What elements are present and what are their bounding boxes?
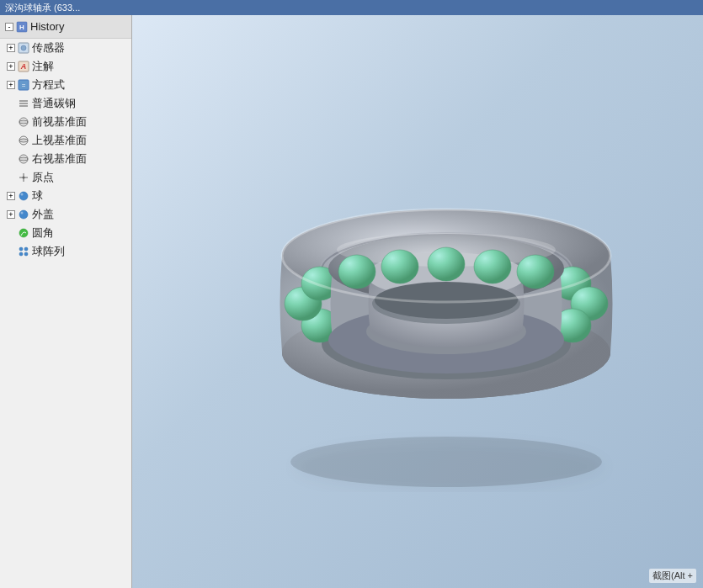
svg-point-22 — [23, 177, 25, 179]
sensor-icon — [18, 42, 29, 54]
tree-header[interactable]: - H History — [0, 15, 131, 39]
sidebar: - H History + 传感器 + — [0, 15, 132, 588]
ball-label: 球 — [32, 188, 43, 204]
history-label: History — [30, 20, 64, 33]
svg-point-26 — [21, 212, 24, 215]
ball-pattern-label: 球阵列 — [32, 244, 65, 259]
tree-item-ball[interactable]: + 球 — [0, 187, 131, 205]
material-label: 普通碳钢 — [32, 96, 76, 111]
svg-point-32 — [290, 437, 602, 487]
history-expand-icon[interactable]: - — [5, 23, 13, 31]
tree-item-equation[interactable]: + = 方程式 — [0, 76, 131, 94]
svg-point-63 — [338, 255, 375, 289]
svg-point-62 — [517, 255, 554, 289]
svg-point-23 — [19, 192, 28, 200]
viewport[interactable]: 截图(Alt + — [132, 15, 703, 588]
svg-point-3 — [21, 45, 26, 50]
svg-point-29 — [24, 247, 28, 251]
outer-cover-expand[interactable]: + — [7, 210, 15, 219]
fillet-label: 圆角 — [32, 225, 54, 241]
annotation-label: 注解 — [32, 59, 54, 74]
top-plane-label: 上视基准面 — [32, 133, 87, 148]
svg-text:A: A — [20, 62, 27, 71]
tree-item-origin[interactable]: 原点 — [0, 168, 131, 187]
svg-point-64 — [381, 250, 418, 283]
outer-cover-icon — [18, 209, 29, 220]
sensor-expand[interactable]: + — [7, 44, 15, 52]
material-icon — [18, 98, 29, 109]
tree-item-sensor[interactable]: + 传感器 — [0, 39, 131, 57]
tree-item-material[interactable]: 普通碳钢 — [0, 94, 131, 113]
bearing-3d-model — [236, 92, 657, 512]
svg-point-61 — [474, 250, 511, 283]
svg-point-30 — [19, 252, 23, 256]
main-layout: - H History + 传感器 + — [0, 15, 703, 588]
tree-item-top-plane[interactable]: 上视基准面 — [0, 131, 131, 150]
equation-icon: = — [18, 79, 29, 91]
annotation-icon: A — [18, 61, 29, 72]
equation-label: 方程式 — [32, 77, 65, 93]
screenshot-text: 截图(Alt + — [652, 570, 693, 580]
svg-point-25 — [19, 210, 28, 219]
annotation-expand[interactable]: + — [7, 62, 15, 71]
origin-label: 原点 — [32, 170, 54, 185]
tree-item-annotation[interactable]: + A 注解 — [0, 57, 131, 76]
front-plane-icon — [18, 116, 29, 128]
bearing-svg — [236, 92, 657, 512]
title-bar: 深沟球轴承 (633... — [0, 0, 703, 15]
svg-point-28 — [19, 247, 23, 251]
fillet-icon — [18, 227, 29, 239]
ball-pattern-icon — [18, 246, 29, 257]
right-plane-icon — [18, 153, 29, 165]
screenshot-label: 截图(Alt + — [649, 569, 696, 583]
svg-point-24 — [21, 193, 24, 196]
svg-text:H: H — [19, 24, 24, 31]
right-plane-label: 右视基准面 — [32, 151, 87, 167]
history-icon: H — [16, 21, 28, 33]
svg-point-31 — [24, 252, 28, 256]
ball-expand[interactable]: + — [7, 192, 15, 200]
tree-item-right-plane[interactable]: 右视基准面 — [0, 150, 131, 168]
outer-cover-label: 外盖 — [32, 207, 54, 222]
equation-expand[interactable]: + — [7, 81, 15, 89]
svg-point-27 — [19, 229, 28, 237]
front-plane-label: 前视基准面 — [32, 114, 87, 130]
sensor-label: 传感器 — [32, 40, 65, 56]
origin-icon — [18, 172, 29, 183]
tree-item-fillet[interactable]: 圆角 — [0, 224, 131, 242]
tree-item-outer-cover[interactable]: + 外盖 — [0, 205, 131, 224]
svg-text:=: = — [22, 82, 26, 89]
tree-item-front-plane[interactable]: 前视基准面 — [0, 113, 131, 131]
svg-point-65 — [428, 247, 465, 281]
tree-items: + 传感器 + A 注解 + — [0, 39, 131, 261]
top-plane-icon — [18, 135, 29, 146]
tree-item-ball-pattern[interactable]: 球阵列 — [0, 242, 131, 261]
ball-icon — [18, 190, 29, 202]
title-text: 深沟球轴承 (633... — [5, 2, 80, 14]
